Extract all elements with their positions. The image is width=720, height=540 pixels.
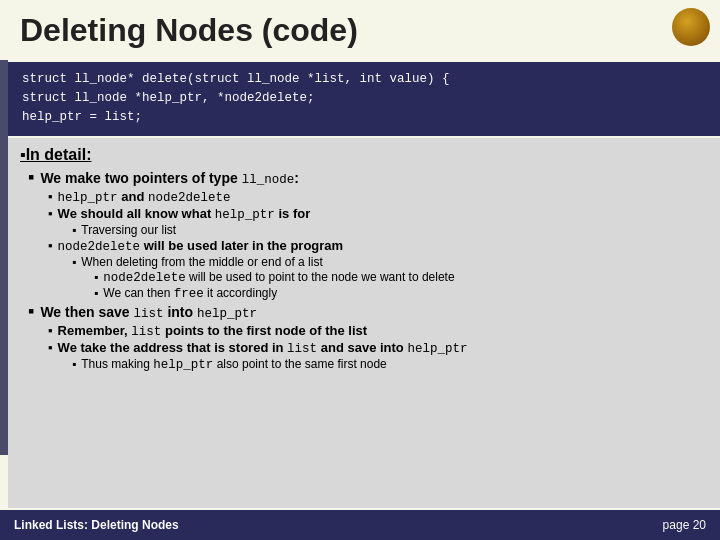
bullet-l2-help-ptr: ▪ help_ptr and node2delete [48,189,708,205]
bullet-text: node2delete will be used later in the pr… [58,238,344,254]
bullet-marker: ▪ [72,255,76,269]
section-header: ▪In detail: [20,146,708,164]
code-line-3: help_ptr = list; [22,110,142,124]
code-block: struct ll_node* delete(struct ll_node *l… [8,62,720,136]
section-header-text: ▪In detail: [20,146,91,163]
bullet-l3-thus-making: ▪ Thus making help_ptr also point to the… [72,357,708,372]
bullet-text: help_ptr and node2delete [58,189,231,205]
bullet-marker: ▪ [28,302,34,320]
bullet-l1-pointers: ▪ We make two pointers of type ll_node: [28,168,708,187]
bullet-marker: ▪ [48,340,53,355]
footer-page: page 20 [663,518,706,532]
globe-icon [672,8,710,46]
bullet-l2-node2delete: ▪ node2delete will be used later in the … [48,238,708,254]
bullet-marker: ▪ [28,168,34,186]
code-line-2: struct ll_node *help_ptr, *node2delete; [22,91,315,105]
bullet-marker: ▪ [48,206,53,221]
bullet-marker: ▪ [72,357,76,371]
bullet-l4-node2delete-point: ▪ node2delete will be used to point to t… [94,270,708,285]
bullet-text: Traversing our list [81,223,176,237]
bullet-l2-take-address: ▪ We take the address that is stored in … [48,340,708,356]
page-title: Deleting Nodes (code) [20,12,358,49]
code-line-1: struct ll_node* delete(struct ll_node *l… [22,72,450,86]
bullet-text: We take the address that is stored in li… [58,340,468,356]
bullet-text: When deleting from the middle or end of … [81,255,322,269]
bullet-l3-when-deleting: ▪ When deleting from the middle or end o… [72,255,708,269]
bullet-marker: ▪ [72,223,76,237]
footer: Linked Lists: Deleting Nodes page 20 [0,510,720,540]
bullet-l1-save-list: ▪ We then save list into help_ptr [28,302,708,321]
bullet-marker: ▪ [48,238,53,253]
bullet-l3-traversing: ▪ Traversing our list [72,223,708,237]
bullet-marker: ▪ [94,270,98,284]
bullet-l4-free: ▪ We can then free it accordingly [94,286,708,301]
bullet-marker: ▪ [48,323,53,338]
content-area: ▪In detail: ▪ We make two pointers of ty… [8,138,720,508]
page-container: Deleting Nodes (code) struct ll_node* de… [0,0,720,540]
bullet-l2-remember-list: ▪ Remember, list points to the first nod… [48,323,708,339]
bullet-text: Thus making help_ptr also point to the s… [81,357,386,372]
bullet-marker: ▪ [94,286,98,300]
bullet-text: We make two pointers of type ll_node: [40,170,298,187]
footer-title: Linked Lists: Deleting Nodes [14,518,179,532]
bullet-text: node2delete will be used to point to the… [103,270,454,285]
bullet-text: We should all know what help_ptr is for [58,206,311,222]
bullet-l2-know-help-ptr: ▪ We should all know what help_ptr is fo… [48,206,708,222]
left-accent-bar [0,60,8,455]
bullet-text: Remember, list points to the first node … [58,323,368,339]
bullet-marker: ▪ [48,189,53,204]
bullet-text: We then save list into help_ptr [40,304,257,321]
bullet-text: We can then free it accordingly [103,286,277,301]
